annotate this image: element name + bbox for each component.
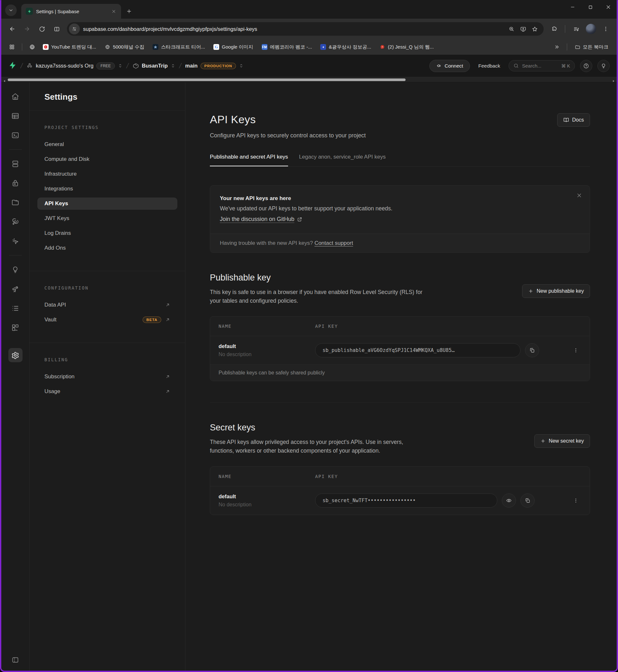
site-settings-button[interactable] [69,23,80,34]
secret-keys-table: NAME API KEY default No description sb_s… [210,466,590,515]
back-button[interactable] [6,22,19,35]
tab-publishable-secret[interactable]: Publishable and secret API keys [210,154,288,166]
address-bar[interactable]: supabase.com/dashboard/project/mvlvcdgzm… [67,22,544,36]
bookmark-item[interactable]: &광우상사 정보공... [317,42,374,52]
whats-new-button[interactable] [597,60,610,72]
tab-search-button[interactable] [5,4,17,16]
tab-legacy[interactable]: Legacy anon, service_role API keys [299,154,386,166]
bookmark-item[interactable]: G Google 이미지 [210,42,256,52]
sidebar-item-usage[interactable]: Usage [37,385,177,398]
sidebar-item-api-keys[interactable]: API Keys [37,197,177,210]
sidebar-item-log-drains[interactable]: Log Drains [37,227,177,239]
nav-realtime-button[interactable] [8,234,22,248]
reload-icon [39,26,45,32]
bookmark-label: YouTube 트렌딩 대... [51,44,96,50]
nav-database-button[interactable] [8,157,22,171]
feedback-button[interactable]: Feedback [475,60,503,72]
sidebar-item-general[interactable]: General [37,138,177,151]
profile-button[interactable] [585,22,597,35]
forward-button[interactable] [21,22,33,35]
sidebar-item-compute-and-disk[interactable]: Compute and Disk [37,153,177,165]
browser-tab[interactable]: Settings | Supabase [21,4,121,19]
docs-button[interactable]: Docs [557,113,590,127]
sidebar-item-integrations[interactable]: Integrations [37,183,177,195]
main-content: API Keys Configure API keys to securely … [185,82,617,671]
scrollbar-thumb[interactable] [8,79,406,81]
table-row: default No description sb_publishable_aV… [210,336,590,365]
project-settings-section: PROJECT SETTINGS General Compute and Dis… [30,111,185,260]
reload-button[interactable] [35,22,48,35]
sidebar-item-data-api[interactable]: Data API [37,299,177,311]
apps-grid-button[interactable] [6,41,17,52]
copy-key-button[interactable] [525,343,539,358]
nav-sql-editor-button[interactable] [8,128,22,142]
banner-close-button[interactable] [577,193,582,198]
reveal-key-button[interactable] [502,494,516,508]
nav-home-button[interactable] [8,90,22,104]
nav-edge-functions-button[interactable] [8,215,22,229]
bookmark-item[interactable]: YouTube 트렌딩 대... [39,42,99,52]
docs-label: Docs [572,117,584,123]
new-secret-key-button[interactable]: New secret key [534,434,590,448]
media-playlist-button[interactable] [570,22,583,35]
nav-table-editor-button[interactable] [8,109,22,123]
org-breadcrumb[interactable]: kazuya7ssss-sudo's Org FREE [26,62,123,70]
copy-key-button[interactable] [520,494,535,508]
bookmark-item[interactable]: FM 에펨코리아 펨코 -... [259,42,315,52]
search-input[interactable]: Search... ⌘ K [509,60,575,72]
project-breadcrumb[interactable]: BusanTrip [133,63,176,69]
org-switcher-button[interactable] [118,63,123,68]
secret-key-value[interactable]: sb_secret_NwTFT•••••••••••••••• [315,494,497,508]
maximize-button[interactable] [588,5,593,10]
scroll-right-arrow[interactable] [612,78,615,84]
tab-close-button[interactable] [110,8,117,15]
project-switcher-button[interactable] [171,63,176,68]
extensions-button[interactable] [547,22,560,35]
close-window-button[interactable] [606,4,611,10]
sidebar-item-subscription[interactable]: Subscription [37,371,177,383]
key-options-button[interactable] [571,345,581,356]
sidebar-collapse-button[interactable] [1,656,29,664]
connect-button[interactable]: Connect [429,60,470,72]
install-app-button[interactable] [517,23,529,35]
bookmarks-bar: YouTube 트렌딩 대... 5000채널 수집 스타크래프트 티어... … [1,39,617,55]
key-options-button[interactable] [571,495,581,506]
horizontal-scrollbar[interactable] [1,77,617,82]
nav-integrations-button[interactable] [8,320,22,334]
sidebar-item-jwt-keys[interactable]: JWT Keys [37,212,177,225]
star-icon [532,26,538,32]
github-discussion-link[interactable]: Join the discussion on GitHub [220,216,302,223]
supabase-logo[interactable] [8,61,17,71]
nav-reports-button[interactable] [8,282,22,296]
double-chevron-right-icon [554,44,559,49]
all-bookmarks-button[interactable]: 모든 북마크 [572,42,612,52]
copy-icon [529,348,535,353]
nav-settings-button[interactable] [8,348,22,362]
help-button[interactable] [580,60,592,72]
nav-logs-button[interactable] [8,301,22,315]
copy-icon [525,498,530,504]
sidebar-item-add-ons[interactable]: Add Ons [37,242,177,254]
new-tab-button[interactable] [126,8,132,14]
zoom-button[interactable] [506,23,517,35]
publishable-key-value[interactable]: sb_publishable_aVG6OzdYqSPJ1C14WMKQXA_u8… [315,343,520,358]
bookmarks-overflow-button[interactable] [551,41,562,52]
bookmark-item[interactable]: 스타크래프트 티어... [149,42,208,52]
project-box-icon [133,63,139,69]
bookmark-item[interactable]: 5000채널 수집 [101,42,148,52]
nav-auth-button[interactable] [8,176,22,190]
contact-support-link[interactable]: Contact support [314,240,353,246]
sidebar-item-infrastructure[interactable]: Infrastructure [37,168,177,180]
sidebar-item-vault[interactable]: Vault BETA [37,314,177,326]
minimize-button[interactable] [570,4,575,10]
new-publishable-key-button[interactable]: New publishable key [522,284,590,298]
nav-storage-button[interactable] [8,195,22,210]
branch-breadcrumb[interactable]: main PRODUCTION [185,63,244,69]
bookmark-item[interactable]: (2) Jessi_Q 님의 웹... [376,42,437,52]
side-panel-button[interactable] [50,22,63,35]
chrome-menu-button[interactable] [599,22,612,35]
bookmark-globe-button[interactable] [27,41,38,52]
bookmark-star-button[interactable] [529,23,540,35]
branch-switcher-button[interactable] [239,63,244,68]
nav-advisors-button[interactable] [8,263,22,277]
